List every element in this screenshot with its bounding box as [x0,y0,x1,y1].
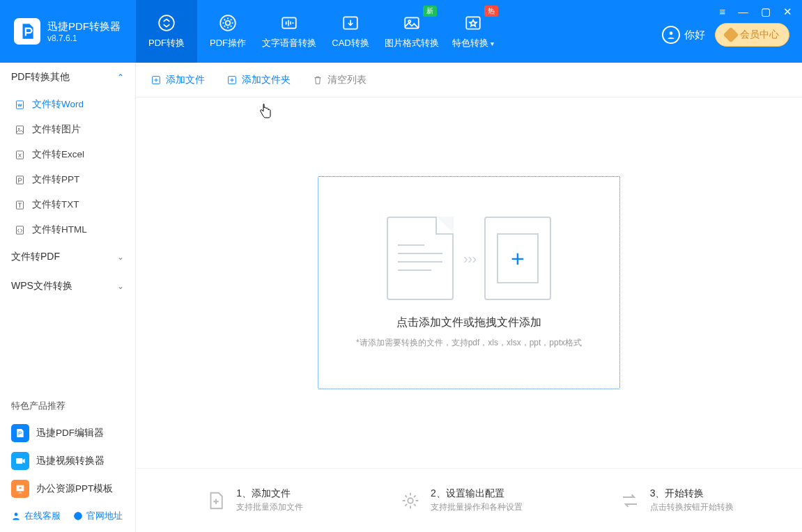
gear-icon [218,13,238,33]
clear-list-button[interactable]: 清空列表 [311,74,367,86]
sidebar-item-to-ppt[interactable]: 文件转PPT [0,167,135,192]
group-label: 文件转PDF [11,251,60,263]
promo-label: 办公资源PPT模板 [36,483,113,495]
item-label: 文件转图片 [32,123,81,136]
main-panel: 添加文件 添加文件夹 清空列表 › › › [136,63,802,532]
step-title: 1、添加文件 [236,487,303,500]
promo-pdf-editor[interactable]: 迅捷PDF编辑器 [0,419,135,447]
svg-rect-16 [16,458,22,464]
website-link[interactable]: 官网地址 [73,510,123,522]
drop-subtitle: *请添加需要转换的文件，支持pdf，xls，xlsx，ppt，pptx格式 [356,337,582,349]
toolbar: 添加文件 添加文件夹 清空列表 [136,63,802,97]
group-label: WPS文件转换 [11,280,72,292]
close-button[interactable]: ✕ [783,6,792,18]
step-2: 2、设置输出配置支持批量操作和各种设置 [399,487,523,513]
sidebar-group-wps[interactable]: WPS文件转换 ⌄ [0,272,135,301]
image-file-icon [14,124,25,135]
brand: 迅捷PDF转换器 v8.7.6.1 [0,0,136,63]
drop-title: 点击添加文件或拖拽文件添加 [396,315,541,330]
svg-rect-15 [16,226,23,233]
plus-icon: + [511,245,525,272]
sidebar-list: 文件转Word 文件转图片 文件转Excel 文件转PPT 文件转TXT 文件转… [0,92,135,242]
header: 迅捷PDF转换器 v8.7.6.1 PDF转换 PDF操作 文字语音转换 CAD… [0,0,802,63]
nav-text-audio[interactable]: 文字语音转换 [259,0,320,63]
item-label: 文件转Word [32,98,84,111]
vip-label: 会员中心 [740,29,779,41]
btn-label: 添加文件夹 [242,74,291,86]
greeting-text: 你好 [684,29,705,42]
nav-image-convert[interactable]: 新 图片格式转换 [381,0,442,63]
add-file-button[interactable]: 添加文件 [150,74,205,86]
item-label: 文件转Excel [32,148,84,161]
nav-label: 文字语音转换 [262,37,316,49]
step-sub: 支持批量添加文件 [236,501,303,513]
promo-ppt-template[interactable]: 办公资源PPT模板 [0,475,135,503]
promo-video-converter[interactable]: 迅捷视频转换器 [0,447,135,475]
link-label: 在线客服 [24,510,61,522]
sidebar-item-to-html[interactable]: 文件转HTML [0,217,135,242]
chevron-up-icon: ⌃ [117,72,124,82]
minimize-button[interactable]: — [738,6,748,18]
chevron-down-icon: ⌄ [117,281,124,291]
drop-zone[interactable]: › › › + 点击添加文件或拖拽文件添加 *请添加需要转换的文件，支持pdf，… [318,176,620,389]
step-title: 2、设置输出配置 [431,487,523,500]
svg-point-22 [408,498,413,503]
menu-icon[interactable]: ≡ [719,6,725,18]
nav-label: 图片格式转换 [385,37,439,49]
nav-label: CAD转换 [332,37,369,49]
settings-step-icon [399,489,422,513]
svg-point-0 [159,15,174,31]
maximize-button[interactable]: ▢ [761,6,771,18]
top-nav: PDF转换 PDF操作 文字语音转换 CAD转换 新 图片格式转换 热 特色转换… [136,0,504,63]
new-badge: 新 [423,6,437,17]
btn-label: 清空列表 [327,74,367,86]
file-icon [387,217,454,300]
nav-pdf-operate[interactable]: PDF操作 [197,0,259,63]
svg-point-1 [220,15,236,31]
nav-label: 特色转换▾ [452,37,494,49]
svg-point-18 [15,513,18,516]
window-controls: ≡ — ▢ ✕ [719,6,792,18]
arrow-icon: › › › [463,251,475,267]
sidebar-item-to-txt[interactable]: 文件转TXT [0,192,135,217]
image-icon [402,13,422,33]
app-version: v8.7.6.1 [47,33,121,43]
btn-label: 添加文件 [166,74,205,86]
word-icon [14,99,25,110]
user-greeting[interactable]: 你好 [662,26,705,44]
nav-cad-convert[interactable]: CAD转换 [320,0,381,63]
excel-icon [14,149,25,160]
vip-button[interactable]: 会员中心 [715,23,789,47]
online-support-link[interactable]: 在线客服 [11,510,61,522]
nav-label: PDF转换 [148,37,185,49]
chevron-down-icon: ⌄ [117,252,124,262]
link-label: 官网地址 [86,510,123,522]
target-icon: + [484,217,551,300]
sidebar-group-pdf-to-other[interactable]: PDF转换其他 ⌃ [0,63,135,92]
promo-label: 迅捷视频转换器 [36,455,105,467]
step-3: 3、开始转换点击转换按钮开始转换 [618,487,734,513]
nav-pdf-convert[interactable]: PDF转换 [136,0,197,63]
svg-rect-10 [16,125,23,133]
video-icon [11,452,29,470]
item-label: 文件转HTML [32,224,87,236]
diamond-icon [723,27,739,43]
step-sub: 点击转换按钮开始转换 [650,501,734,513]
drop-illustration: › › › + [387,217,551,300]
sidebar-item-to-excel[interactable]: 文件转Excel [0,142,135,167]
txt-icon [14,199,25,210]
svg-point-8 [670,31,673,35]
add-folder-button[interactable]: 添加文件夹 [226,74,291,86]
html-icon [14,224,25,235]
sidebar-group-to-pdf[interactable]: 文件转PDF ⌄ [0,242,135,272]
svg-rect-13 [16,175,23,183]
sidebar-item-to-word[interactable]: 文件转Word [0,92,135,117]
user-icon [662,26,680,44]
sidebar-item-to-image[interactable]: 文件转图片 [0,117,135,142]
steps-bar: 1、添加文件支持批量添加文件 2、设置输出配置支持批量操作和各种设置 3、开始转… [136,468,802,532]
star-icon [463,13,483,33]
nav-special-convert[interactable]: 热 特色转换▾ [442,0,504,63]
app-title: 迅捷PDF转换器 [47,20,121,33]
svg-point-2 [226,21,231,26]
convert-step-icon [618,489,642,513]
